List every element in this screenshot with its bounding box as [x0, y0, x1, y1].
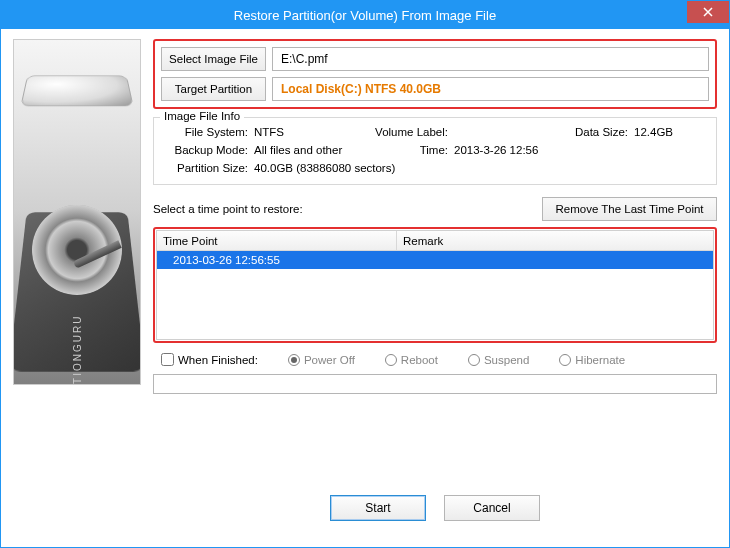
image-file-info-group: Image File Info File System: NTFS Volume… — [153, 117, 717, 185]
hibernate-radio[interactable]: Hibernate — [559, 354, 625, 366]
time-value: 2013-3-26 12:56 — [454, 144, 564, 156]
ps-value: 40.0GB (83886080 sectors) — [254, 162, 564, 174]
close-icon — [703, 7, 713, 17]
vol-label: Volume Label: — [374, 126, 454, 138]
when-finished-row: When Finished: Power Off Reboot Suspend … — [153, 353, 717, 366]
sidebar-image: PARTITIONGURU — [13, 39, 141, 385]
remove-last-timepoint-button[interactable]: Remove The Last Time Point — [542, 197, 717, 221]
restore-label: Select a time point to restore: — [153, 203, 303, 215]
target-partition-field: Local Disk(C:) NTFS 40.0GB — [272, 77, 709, 101]
bm-label: Backup Mode: — [164, 144, 254, 156]
time-label: Time: — [374, 144, 454, 156]
ds-value: 12.4GB — [634, 126, 694, 138]
when-finished-checkbox[interactable]: When Finished: — [161, 353, 258, 366]
list-header: Time Point Remark — [157, 231, 713, 251]
suspend-radio[interactable]: Suspend — [468, 354, 529, 366]
poweroff-radio[interactable]: Power Off — [288, 354, 355, 366]
list-item[interactable]: 2013-03-26 12:56:55 — [157, 251, 713, 269]
titlebar: Restore Partition(or Volume) From Image … — [1, 1, 729, 29]
close-button[interactable] — [687, 1, 729, 23]
col-timepoint[interactable]: Time Point — [157, 231, 397, 250]
ps-label: Partition Size: — [164, 162, 254, 174]
reboot-radio[interactable]: Reboot — [385, 354, 438, 366]
arrow-right-icon — [157, 255, 173, 265]
timepoint-list: Time Point Remark 2013-03-26 12:56:55 — [153, 227, 717, 343]
select-image-button[interactable]: Select Image File — [161, 47, 266, 71]
row-timepoint: 2013-03-26 12:56:55 — [173, 254, 397, 266]
when-finished-input[interactable] — [161, 353, 174, 366]
ds-label: Data Size: — [564, 126, 634, 138]
target-partition-button[interactable]: Target Partition — [161, 77, 266, 101]
group-title: Image File Info — [160, 110, 244, 122]
image-path-field[interactable]: E:\C.pmf — [272, 47, 709, 71]
vol-value — [454, 126, 564, 138]
fs-label: File System: — [164, 126, 254, 138]
cancel-button[interactable]: Cancel — [444, 495, 540, 521]
fs-value: NTFS — [254, 126, 374, 138]
col-remark[interactable]: Remark — [397, 231, 713, 250]
window-title: Restore Partition(or Volume) From Image … — [234, 8, 496, 23]
start-button[interactable]: Start — [330, 495, 426, 521]
bm-value: All files and other — [254, 144, 374, 156]
brand-label: PARTITIONGURU — [72, 315, 83, 385]
source-target-group: Select Image File E:\C.pmf Target Partit… — [153, 39, 717, 109]
progress-bar — [153, 374, 717, 394]
when-finished-label: When Finished: — [178, 354, 258, 366]
